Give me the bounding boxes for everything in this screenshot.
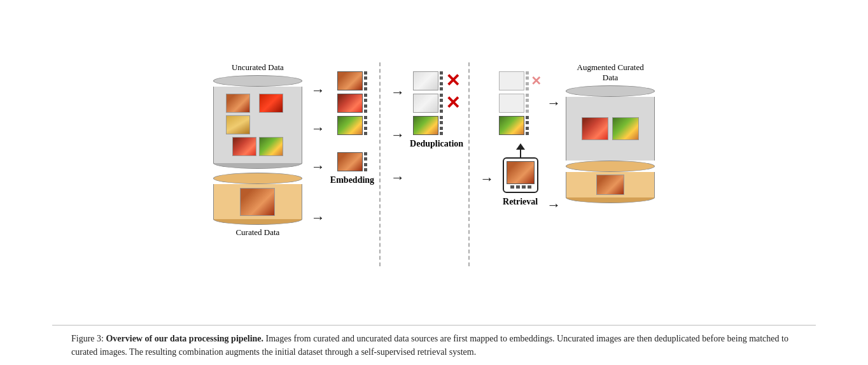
img-car xyxy=(259,94,283,113)
query-ticks xyxy=(510,185,531,189)
embed-fs3 xyxy=(337,116,367,135)
tick xyxy=(440,127,443,130)
ret-img2 xyxy=(499,94,524,113)
embedding-stage: Embedding xyxy=(330,62,374,185)
ret-fs3 xyxy=(499,116,529,135)
retrieval-content: ✕ xyxy=(499,71,542,193)
tick xyxy=(526,127,529,130)
img-pizza xyxy=(226,115,250,134)
tick xyxy=(526,71,529,75)
arrow3: → xyxy=(311,159,325,175)
curated-img xyxy=(240,188,275,216)
tick xyxy=(440,110,443,113)
arrows-to-embedding: → → → → xyxy=(309,71,328,237)
tick xyxy=(364,157,367,161)
arrow1: → xyxy=(311,82,325,99)
embed-fs-curated xyxy=(337,152,367,171)
arrows-to-retrieval: → xyxy=(477,71,496,199)
ret-img3 xyxy=(499,116,524,135)
tick xyxy=(364,132,367,135)
tick xyxy=(364,116,367,119)
fs-ticks-c xyxy=(364,152,367,171)
tick xyxy=(526,76,529,80)
curated-label: Curated Data xyxy=(213,227,302,238)
tick xyxy=(510,185,514,189)
fs-ticks-d1 xyxy=(440,71,443,90)
cyl-body-aug-orange xyxy=(566,172,655,197)
cyl-body-uncurated xyxy=(213,87,302,163)
flow-container: Uncurated Data xyxy=(25,62,843,266)
tick xyxy=(522,185,526,189)
divider2 xyxy=(468,62,470,266)
dedup-row1: ✕ xyxy=(413,71,460,90)
fs-ticks-d3 xyxy=(440,116,443,135)
dedup-img3 xyxy=(413,116,438,135)
cyl-top-uncurated xyxy=(213,75,302,87)
caption: Figure 3: Overview of our data processin… xyxy=(52,325,816,359)
embed-img1 xyxy=(337,71,363,90)
embedding-content xyxy=(337,71,367,171)
embed-fs1 xyxy=(337,71,367,90)
data-sources-stage: Uncurated Data xyxy=(213,62,302,238)
uncurated-label: Uncurated Data xyxy=(232,62,284,73)
deduplication-stage: ✕ ✕ xyxy=(410,62,463,149)
cyl-top-curated xyxy=(213,173,302,184)
uncurated-cylinder xyxy=(213,75,302,169)
tick xyxy=(526,87,529,90)
tick xyxy=(364,127,367,130)
curated-cylinder-group: Curated Data xyxy=(213,173,302,238)
tick xyxy=(440,99,443,102)
tick xyxy=(440,82,443,85)
ret-fs1 xyxy=(499,71,529,90)
tick xyxy=(526,132,529,135)
diagram-wrapper: Uncurated Data xyxy=(25,6,843,322)
dedup-fs2 xyxy=(413,94,443,113)
augmented-stage: Augmented Curated Data xyxy=(566,62,655,203)
tick xyxy=(364,94,367,97)
dedup-fs3 xyxy=(413,116,443,135)
retrieval-faded-row2 xyxy=(499,94,542,113)
arrow2: → xyxy=(311,120,325,137)
ret-fs2 xyxy=(499,94,529,113)
fs-ticks3 xyxy=(364,116,367,135)
cyl-divider-aug xyxy=(566,161,655,172)
cyl-body-curated xyxy=(213,184,302,219)
retrieval-faded-row1: ✕ xyxy=(499,71,542,90)
tick xyxy=(364,110,367,113)
tick xyxy=(440,104,443,108)
embed-img3 xyxy=(337,116,363,135)
fs-ticks-r1 xyxy=(526,71,529,90)
arrow-d1: → xyxy=(391,84,405,101)
tick xyxy=(516,185,520,189)
tick xyxy=(526,110,529,113)
deduplication-label: Deduplication xyxy=(410,139,463,149)
tick xyxy=(526,99,529,102)
red-x-r1: ✕ xyxy=(531,75,542,87)
arrow-d2: → xyxy=(391,127,405,143)
arrow4-curated: → xyxy=(311,210,325,226)
aug-img2 xyxy=(612,117,639,140)
arrowhead-up xyxy=(516,143,525,150)
query-box xyxy=(503,157,538,193)
retrieval-label: Retrieval xyxy=(503,197,538,207)
tick xyxy=(440,94,443,97)
tick xyxy=(364,104,367,108)
dedup-row2: ✕ xyxy=(413,94,460,113)
arrow-r3-container: → xyxy=(477,160,496,199)
red-x-2: ✕ xyxy=(445,94,460,112)
caption-bold: Overview of our data processing pipeline… xyxy=(106,334,263,343)
tick xyxy=(440,76,443,80)
retrieval-active-row xyxy=(499,116,542,135)
aug-curated-img xyxy=(596,175,624,195)
arrows-to-dedup: → → → xyxy=(388,71,407,199)
dedup-img2 xyxy=(413,94,438,113)
tick xyxy=(364,99,367,102)
embedding-label: Embedding xyxy=(330,175,374,185)
dedup-fs1 xyxy=(413,71,443,90)
img-food2 xyxy=(232,137,256,156)
tick xyxy=(364,152,367,155)
fs-ticks-r3 xyxy=(526,116,529,135)
embed-img2 xyxy=(337,94,363,113)
tick xyxy=(526,82,529,85)
cyl-body-aug xyxy=(566,97,655,161)
